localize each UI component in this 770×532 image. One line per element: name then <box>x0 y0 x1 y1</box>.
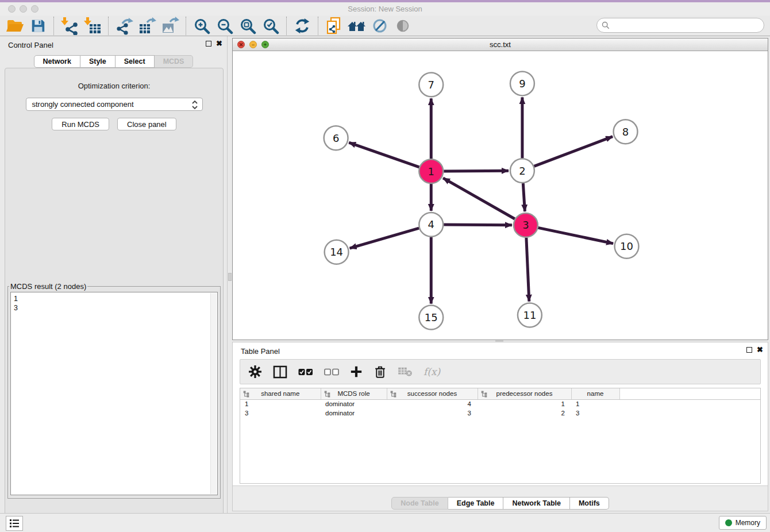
splitter-handle[interactable] <box>228 273 232 281</box>
result-scrollbar[interactable] <box>210 293 217 494</box>
delete-table-button[interactable] <box>398 366 413 377</box>
column-type-icon <box>390 391 396 398</box>
edge-1-6[interactable] <box>349 142 419 167</box>
cell-predecessor-nodes[interactable]: 2 <box>478 408 571 418</box>
duplicate-network-button[interactable] <box>322 16 345 36</box>
node-2[interactable]: 2 <box>510 159 534 183</box>
tab-style[interactable]: Style <box>80 55 116 68</box>
cell-name[interactable]: 1 <box>571 399 619 408</box>
tab-motifs[interactable]: Motifs <box>570 497 609 510</box>
search-box[interactable] <box>596 18 764 33</box>
node-9[interactable]: 9 <box>510 71 534 95</box>
export-image-button[interactable] <box>159 16 182 36</box>
function-builder-button[interactable]: f(x) <box>424 366 440 377</box>
column-header-name[interactable]: name <box>571 388 619 399</box>
network-window-titlebar[interactable]: ✕ − + scc.txt <box>233 38 768 51</box>
float-panel-icon[interactable] <box>206 41 211 47</box>
column-type-icon <box>481 391 487 398</box>
table-toolbar: f(x) <box>240 359 761 384</box>
node-14[interactable]: 14 <box>325 240 349 264</box>
cell-MCDS-role[interactable]: dominator <box>321 408 387 418</box>
cell-name[interactable]: 3 <box>571 408 619 418</box>
node-6[interactable]: 6 <box>324 126 348 150</box>
export-network-icon <box>115 17 133 35</box>
search-input[interactable] <box>613 20 764 31</box>
hide-graphics-button[interactable] <box>391 16 414 36</box>
svg-text:3: 3 <box>522 219 529 231</box>
deselect-all-columns-button[interactable] <box>324 368 339 376</box>
edge-2-3[interactable] <box>523 183 525 211</box>
node-3[interactable]: 3 <box>514 213 538 237</box>
style-button[interactable] <box>368 16 391 36</box>
table-settings-button[interactable] <box>248 365 262 379</box>
tab-mcds[interactable]: MCDS <box>155 55 194 68</box>
cell-shared-name[interactable]: 1 <box>240 399 321 408</box>
column-type-icon <box>324 391 330 398</box>
edge-2-8[interactable] <box>534 137 613 167</box>
close-panel-button[interactable]: Close panel <box>117 118 176 130</box>
node-10[interactable]: 10 <box>615 234 639 259</box>
select-all-columns-button[interactable] <box>298 368 313 376</box>
home-button[interactable] <box>345 16 368 36</box>
zoom-in-icon <box>193 17 210 34</box>
edge-4-14[interactable] <box>350 228 419 248</box>
memory-button[interactable]: Memory <box>719 516 767 530</box>
edge-1-2[interactable] <box>444 171 509 171</box>
toolbar-separator <box>318 17 318 35</box>
select-stepper-icon <box>191 100 198 110</box>
export-network-button[interactable] <box>113 16 136 36</box>
create-column-button[interactable] <box>350 365 363 378</box>
export-table-button[interactable] <box>136 16 159 36</box>
edge-3-10[interactable] <box>538 228 613 243</box>
cell-predecessor-nodes[interactable]: 1 <box>478 399 571 408</box>
apply-layout-button[interactable] <box>291 16 314 36</box>
cell-successor-nodes[interactable]: 4 <box>387 399 478 408</box>
column-header-predecessor-nodes[interactable]: predecessor nodes <box>478 388 571 399</box>
run-mcds-button[interactable]: Run MCDS <box>52 118 109 130</box>
open-session-button[interactable] <box>3 16 26 36</box>
split-columns-button[interactable] <box>273 365 287 379</box>
export-table-icon <box>138 17 156 35</box>
delete-column-button[interactable] <box>374 365 387 379</box>
style-icon <box>371 17 388 34</box>
node-8[interactable]: 8 <box>614 119 638 144</box>
column-header-shared-name[interactable]: shared name <box>240 388 321 399</box>
node-1[interactable]: 1 <box>419 159 443 183</box>
close-table-panel-icon[interactable]: ✖ <box>757 347 763 353</box>
tab-select[interactable]: Select <box>116 55 155 68</box>
tab-node-table[interactable]: Node Table <box>391 497 448 510</box>
network-graph[interactable]: 7968124314101511 <box>233 51 768 340</box>
column-header-successor-nodes[interactable]: successor nodes <box>387 388 478 399</box>
import-table-button[interactable] <box>81 16 104 36</box>
edge-3-11[interactable] <box>526 238 529 302</box>
node-11[interactable]: 11 <box>518 303 542 327</box>
node-7[interactable]: 7 <box>419 72 443 97</box>
column-header-MCDS-role[interactable]: MCDS role <box>321 388 387 399</box>
column-type-icon <box>243 391 249 398</box>
optimization-criterion-select[interactable]: strongly connected component <box>26 98 203 111</box>
cell-shared-name[interactable]: 3 <box>240 408 321 418</box>
zoom-fit-button[interactable] <box>236 16 259 36</box>
node-15[interactable]: 15 <box>419 306 443 330</box>
zoom-selected-button[interactable] <box>259 16 282 36</box>
save-session-button[interactable] <box>26 16 49 36</box>
vertical-splitter[interactable] <box>228 36 232 513</box>
import-network-button[interactable] <box>58 16 81 36</box>
network-canvas[interactable]: 7968124314101511 <box>233 51 768 340</box>
status-bar: Memory <box>0 513 770 532</box>
edge-4-3[interactable] <box>444 225 512 225</box>
zoom-out-button[interactable] <box>213 16 236 36</box>
zoom-in-button[interactable] <box>190 16 213 36</box>
table-row[interactable]: 3dominator323 <box>240 408 760 418</box>
float-table-panel-icon[interactable] <box>746 347 752 353</box>
close-panel-icon[interactable]: ✖ <box>216 41 222 47</box>
tab-network[interactable]: Network <box>34 55 80 68</box>
cell-MCDS-role[interactable]: dominator <box>321 399 387 408</box>
edge-3-1[interactable] <box>443 178 515 219</box>
tab-edge-table[interactable]: Edge Table <box>448 497 504 510</box>
node-4[interactable]: 4 <box>419 213 443 237</box>
tab-network-table[interactable]: Network Table <box>503 497 570 510</box>
cell-successor-nodes[interactable]: 3 <box>387 408 478 418</box>
table-row[interactable]: 1dominator411 <box>240 399 760 408</box>
task-history-button[interactable] <box>6 516 23 531</box>
